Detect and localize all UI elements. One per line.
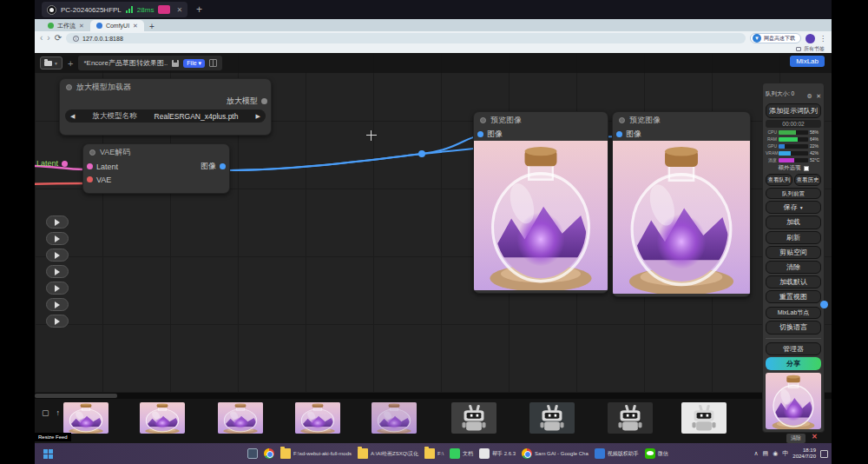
collapsed-node[interactable] xyxy=(46,215,69,229)
close-session-icon[interactable]: ✕ xyxy=(176,6,182,14)
profile-avatar[interactable] xyxy=(806,34,815,43)
collapse-dot-icon[interactable] xyxy=(619,117,625,123)
extension-button[interactable]: ▼ 网盘高速下载 xyxy=(750,33,801,43)
extra-options-row[interactable]: 额外选项 xyxy=(766,164,821,172)
generated-image[interactable] xyxy=(613,141,750,297)
task-view-icon[interactable] xyxy=(247,448,258,459)
ime-indicator[interactable]: 中 xyxy=(782,449,788,458)
taskbar-app-docs[interactable]: 文档 xyxy=(450,448,473,459)
chrome-icon[interactable] xyxy=(264,448,274,459)
tab1-close-icon[interactable]: ✕ xyxy=(79,23,84,30)
remote-session-tab[interactable]: PC-20240625HFPL 28ms ✕ xyxy=(42,2,187,17)
site-info-icon[interactable]: i xyxy=(73,36,79,42)
feed-thumbnail-robot[interactable] xyxy=(608,402,653,434)
image-input-dot[interactable] xyxy=(477,131,483,137)
taskbar-folder-2[interactable]: A:\AI绘画ZSXQ\汉化 xyxy=(358,448,418,459)
load-button[interactable]: 加载 xyxy=(766,215,821,229)
reset-view-button[interactable]: 重置视图 xyxy=(766,290,821,303)
new-session-button[interactable]: + xyxy=(196,3,202,16)
node-preview-image-1[interactable]: 预览图像 图像 xyxy=(473,111,608,294)
node-vae-decode[interactable]: VAE解码 Latent 图像 VAE xyxy=(82,143,230,194)
tray-status-icon[interactable]: ◉ xyxy=(773,450,778,457)
collapse-dot-icon[interactable] xyxy=(480,117,486,123)
tab2-close-icon[interactable]: ✕ xyxy=(133,23,138,30)
next-icon[interactable]: ▶ xyxy=(256,113,260,120)
taskbar-folder-3[interactable]: F:\ xyxy=(424,448,444,459)
file-menu-button[interactable]: File ▾ xyxy=(183,59,205,68)
browser-tab-2[interactable]: ComfyUI ✕ xyxy=(90,20,144,31)
save-workflow-icon[interactable] xyxy=(172,60,179,67)
feed-thumbnail-robot[interactable] xyxy=(681,402,727,434)
taskbar-app-wechat[interactable]: 微信 xyxy=(645,448,668,459)
browser-tab-1[interactable]: 工作流 ✕ xyxy=(42,20,90,31)
collapse-dot-icon[interactable] xyxy=(66,84,72,90)
comfyui-canvas[interactable]: ▼ + *Encore产品草图转效果图.. File ▾ MixLab Late… xyxy=(35,53,832,443)
feed-thumbnail-robot[interactable] xyxy=(529,402,575,434)
node-header[interactable]: 预览图像 xyxy=(474,112,608,128)
reload-icon[interactable]: ⟳ xyxy=(55,34,62,43)
queue-front-button[interactable]: 队列前置 xyxy=(766,188,821,199)
clipspace-button[interactable]: 剪贴空间 xyxy=(766,246,821,259)
collapsed-node[interactable] xyxy=(46,249,69,262)
image-output-dot[interactable] xyxy=(220,163,226,169)
node-header[interactable]: VAE解码 xyxy=(83,144,229,160)
switch-language-button[interactable]: 切换语言 xyxy=(766,321,821,334)
generated-image[interactable] xyxy=(474,141,608,294)
taskbar-app-helper[interactable]: 帮手 2.6.3 xyxy=(479,448,516,459)
prev-icon[interactable]: ◀ xyxy=(70,113,75,120)
feed-thumbnail-jar[interactable] xyxy=(295,402,340,434)
browser-menu-icon[interactable]: ⋮ xyxy=(819,35,826,43)
feed-clear-button[interactable]: 清除 xyxy=(786,434,806,443)
extra-options-checkbox[interactable] xyxy=(804,166,809,171)
back-icon[interactable]: ‹ xyxy=(40,34,43,43)
feed-grid-icon[interactable]: ▢ xyxy=(42,408,49,417)
feed-thumbnail-robot[interactable] xyxy=(451,402,496,434)
feed-close-icon[interactable]: ✕ xyxy=(812,433,818,441)
taskbar-clock[interactable]: 18:19 2024/7/20 xyxy=(792,447,816,460)
workflow-tab[interactable]: *Encore产品草图转效果图.. File ▾ xyxy=(78,56,222,70)
vae-input-dot[interactable] xyxy=(87,176,93,182)
taskbar-app-video[interactable]: 视频版权助手 xyxy=(595,448,639,459)
queue-prompt-button[interactable]: 添加提示词队列 xyxy=(766,103,821,118)
feed-up-icon[interactable]: ↑ xyxy=(56,408,61,417)
feed-thumbnail-jar[interactable] xyxy=(140,402,185,434)
forward-icon[interactable]: › xyxy=(47,34,49,43)
node-preview-image-2[interactable]: 预览图像 图像 xyxy=(612,111,751,297)
view-queue-button[interactable]: 查看队列 xyxy=(766,174,792,185)
latest-output-thumbnail[interactable] xyxy=(766,373,821,429)
tray-expand-icon[interactable]: ∧ xyxy=(753,450,758,457)
resize-feed-tooltip[interactable]: Resize Feed xyxy=(35,433,71,441)
upscale-model-output-dot[interactable] xyxy=(261,98,267,104)
node-upscale-model-loader[interactable]: 放大模型加载器 放大模型 ◀ 放大模型名称 RealESRGAN_x4plus.… xyxy=(59,78,272,136)
all-bookmarks-label[interactable]: 所有书签 xyxy=(804,45,825,53)
menu-header[interactable]: 队列大小: 0 ⚙ ✕ xyxy=(766,86,821,102)
collapsed-node[interactable] xyxy=(46,232,69,245)
feed-scrollbar[interactable] xyxy=(35,393,832,399)
manager-button[interactable]: 管理器 xyxy=(766,342,821,355)
node-header[interactable]: 放大模型加载器 xyxy=(60,79,271,95)
feed-thumbnail-jar[interactable] xyxy=(372,402,417,434)
collapsed-node[interactable] xyxy=(46,265,69,278)
notification-center-icon[interactable] xyxy=(820,450,828,458)
taskbar-folder-1[interactable]: F:\sd-webui-aki-full-mods xyxy=(280,448,352,459)
view-history-button[interactable]: 查看历史 xyxy=(794,174,821,185)
workflow-folder-button[interactable]: ▼ xyxy=(40,56,62,70)
address-bar[interactable]: i 127.0.0.1:8188 xyxy=(66,33,746,43)
scrollbar-thumb[interactable] xyxy=(35,394,117,398)
tray-panel-icon[interactable]: ▤ xyxy=(763,450,769,457)
image-input-dot[interactable] xyxy=(616,131,622,137)
feed-thumbnail-jar[interactable] xyxy=(63,402,108,434)
load-default-button[interactable]: 加载默认 xyxy=(766,275,821,288)
new-workflow-button[interactable]: + xyxy=(68,58,73,69)
gear-icon[interactable]: ⚙ xyxy=(806,93,812,99)
collapsed-node[interactable] xyxy=(46,298,69,311)
model-name-widget[interactable]: ◀ 放大模型名称 RealESRGAN_x4plus.pth ▶ xyxy=(65,109,266,123)
share-button[interactable]: 分享 xyxy=(766,357,821,370)
save-button[interactable]: 保存 ▼ xyxy=(766,201,821,214)
collapsed-node[interactable] xyxy=(46,282,69,295)
refresh-button[interactable]: 刷新 xyxy=(766,231,821,244)
close-icon[interactable]: ✕ xyxy=(816,93,821,99)
panel-drag-knob[interactable] xyxy=(820,301,828,308)
start-button[interactable] xyxy=(43,449,53,459)
node-header[interactable]: 预览图像 xyxy=(613,112,750,128)
